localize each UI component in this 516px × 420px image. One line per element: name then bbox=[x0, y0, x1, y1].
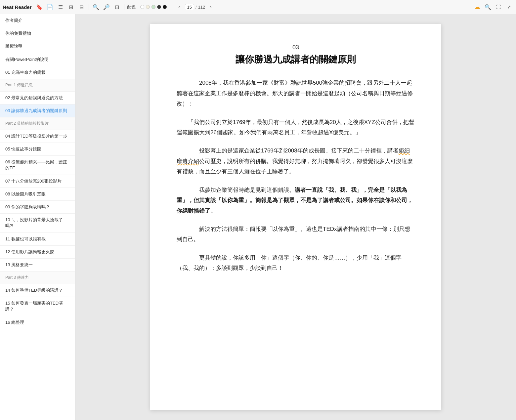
sidebar-item-part1[interactable]: Part 1 傳遞訊息 bbox=[0, 79, 75, 92]
fullscreen-icon[interactable]: ⛶ bbox=[494, 3, 503, 11]
sidebar-item-ch08[interactable]: 08 以繪圖片吸引眾眼 bbox=[0, 188, 75, 201]
sidebar-item-ch09[interactable]: 09 你的字體夠吸睛嗎？ bbox=[0, 201, 75, 214]
paragraph-3: 我參加企業簡報時總是見到這個錯誤。講者一直說「我、我、我」，完全是「以我為重」，… bbox=[177, 185, 415, 216]
sidebar-item-ch12[interactable]: 12 使用影片讓簡報更火辣 bbox=[0, 246, 75, 259]
sidebar: 作者簡介你的免費禮物版權說明有關PowerPoint的說明01 充滿生命力的簡報… bbox=[0, 14, 75, 420]
total-pages: 112 bbox=[198, 5, 205, 10]
sidebar-item-powerpoint-intro[interactable]: 有關PowerPoint的說明 bbox=[0, 53, 75, 66]
file-icon[interactable]: 📄 bbox=[46, 3, 54, 11]
dot-white[interactable] bbox=[140, 5, 144, 9]
dot-green[interactable] bbox=[151, 5, 155, 9]
sidebar-item-ch11[interactable]: 11 數據也可以很有截 bbox=[0, 233, 75, 246]
sidebar-item-ch14[interactable]: 14 如何準備TED等級的演講？ bbox=[0, 284, 75, 297]
menu-icon[interactable]: ☰ bbox=[56, 3, 65, 11]
sidebar-item-ch15[interactable]: 15 如何發表一場厲害的TED演講？ bbox=[0, 297, 75, 316]
dot-black[interactable] bbox=[163, 5, 167, 9]
paragraph-4: 解決的方法很簡單：簡報要「以你為重」。這也是TEDx講者指南的其中一條：別只想到… bbox=[177, 224, 415, 245]
app-title: Neat Reader bbox=[3, 4, 32, 10]
grid-icon[interactable]: ⊞ bbox=[67, 3, 75, 11]
search1-icon[interactable]: 🔍 bbox=[92, 3, 100, 11]
sidebar-item-part2[interactable]: Part 2 吸睛的簡報投影片 bbox=[0, 117, 75, 130]
sidebar-item-ch05[interactable]: 05 快速故事分鏡圖 bbox=[0, 143, 75, 156]
current-page[interactable]: 15 bbox=[185, 4, 194, 10]
sidebar-item-ch01[interactable]: 01 充滿生命力的簡報 bbox=[0, 66, 75, 79]
sidebar-item-author-intro[interactable]: 作者簡介 bbox=[0, 14, 75, 27]
color-label: 配色 bbox=[127, 4, 136, 10]
resize-icon[interactable]: ⊡ bbox=[113, 3, 121, 11]
cloud-icon[interactable]: ☁ bbox=[473, 3, 482, 11]
sidebar-item-part3[interactable]: Part 3 傳達力 bbox=[0, 272, 75, 284]
expand-icon[interactable]: ⤢ bbox=[505, 3, 513, 11]
separator-2 bbox=[124, 4, 124, 10]
paragraph-2: 投影幕上的是這家企業從1769年到2008年的成長圖。接下來的二十分鐘裡，講者鉅… bbox=[177, 146, 415, 177]
sidebar-item-ch16[interactable]: 16 總整理 bbox=[0, 316, 75, 329]
sidebar-item-ch02[interactable]: 02 最常見的錯誤與避免的方法 bbox=[0, 92, 75, 105]
paragraph-quote: 「我們公司創立於1769年，最初只有一個人，然後成長為20人，之後跟XYZ公司合… bbox=[177, 117, 415, 138]
separator-1 bbox=[89, 4, 89, 10]
dot-dark[interactable] bbox=[157, 5, 161, 9]
sidebar-item-ch03[interactable]: 03 讓你勝過九成講者的關鍵原則 bbox=[0, 105, 75, 117]
paragraph-1: 2008年，我在香港參加一家《財富》雜誌世界500強企業的招聘會，跟另外二十人一… bbox=[177, 78, 415, 109]
prev-page-button[interactable]: ‹ bbox=[175, 3, 184, 11]
sidebar-item-ch06[interactable]: 06 從無趣到精采——比爾．蓋茲的TE... bbox=[0, 156, 75, 175]
bookmark-icon[interactable]: 🔖 bbox=[35, 3, 44, 11]
page-navigation: ‹ 15 / 112 › bbox=[175, 3, 215, 11]
page-container: 03 讓你勝過九成講者的關鍵原則 2008年，我在香港參加一家《財富》雜誌世界5… bbox=[150, 24, 441, 410]
content-area: 03 讓你勝過九成講者的關鍵原則 2008年，我在香港參加一家《財富》雜誌世界5… bbox=[75, 14, 516, 420]
search2-icon[interactable]: 🔎 bbox=[102, 3, 111, 11]
chapter-title: 讓你勝過九成講者的關鍵原則 bbox=[177, 53, 415, 66]
panel-icon[interactable]: ⊟ bbox=[77, 3, 86, 11]
sidebar-item-free-gift[interactable]: 你的免費禮物 bbox=[0, 27, 75, 40]
sidebar-item-copyright[interactable]: 版權說明 bbox=[0, 40, 75, 53]
next-page-button[interactable]: › bbox=[206, 3, 215, 11]
topbar-right: ☁ 🔍 ⛶ ⤢ bbox=[473, 3, 513, 11]
sidebar-item-ch10[interactable]: 10 ㄟ，投影片的背景太搶截了嗎?! bbox=[0, 214, 75, 232]
main-layout: 作者簡介你的免費禮物版權說明有關PowerPoint的說明01 充滿生命力的簡報… bbox=[0, 14, 516, 420]
chapter-number: 03 bbox=[177, 44, 415, 51]
page-sep: / bbox=[195, 5, 197, 10]
sidebar-item-ch04[interactable]: 04 設計TED等級投影片的第一步 bbox=[0, 130, 75, 143]
topbar: Neat Reader 🔖 📄 ☰ ⊞ ⊟ 🔍 🔎 ⊡ 配色 ‹ 15 / 11… bbox=[0, 0, 516, 14]
search-right-icon[interactable]: 🔍 bbox=[484, 3, 492, 11]
sidebar-item-ch13[interactable]: 13 風格要統一 bbox=[0, 259, 75, 272]
dot-cream[interactable] bbox=[146, 5, 150, 9]
color-dots bbox=[140, 5, 167, 9]
sidebar-item-ch07[interactable]: 07 十八分鐘放完200張投影片 bbox=[0, 175, 75, 188]
separator-3 bbox=[171, 4, 171, 10]
paragraph-5: 更具體的說，你該多用「你」這個字（你、你的、你是……），少用「我」這個字（我、我… bbox=[177, 253, 415, 273]
